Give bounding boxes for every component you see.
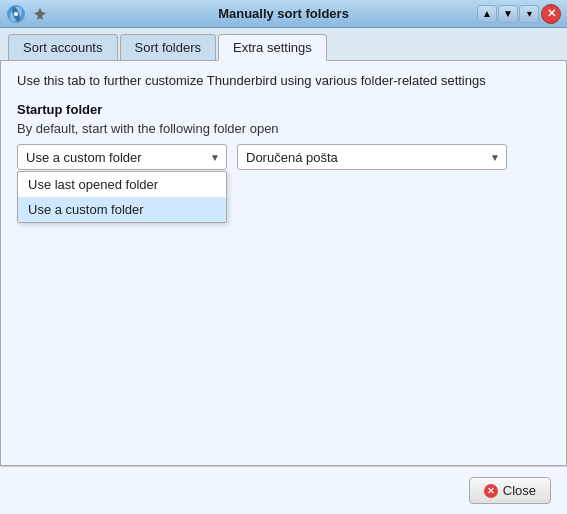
close-button-icon: ✕ — [484, 484, 498, 498]
section-startup-folder-title: Startup folder — [17, 102, 550, 117]
dropdown1-arrow-icon: ▼ — [210, 152, 220, 163]
tab-sort-accounts[interactable]: Sort accounts — [8, 34, 118, 60]
tab-description: Use this tab to further customize Thunde… — [17, 73, 550, 88]
tab-sort-folders[interactable]: Sort folders — [120, 34, 216, 60]
footer: ✕ Close — [0, 466, 567, 514]
main-content: Use this tab to further customize Thunde… — [0, 61, 567, 466]
option-last-opened[interactable]: Use last opened folder — [18, 172, 226, 197]
section-startup-folder-sub: By default, start with the following fol… — [17, 121, 550, 136]
folder-select-selected: Doručená pošta — [246, 150, 338, 165]
scroll-up-button[interactable]: ▲ — [477, 5, 497, 23]
window-close-button[interactable]: ✕ — [541, 4, 561, 24]
startup-folder-type-selected: Use a custom folder — [26, 150, 142, 165]
svg-point-3 — [14, 12, 18, 16]
dropdown2-arrow-icon: ▼ — [490, 152, 500, 163]
title-bar-controls: ▲ ▼ ▾ ✕ — [477, 4, 561, 24]
folder-select-dropdown[interactable]: Doručená pošta ▼ — [237, 144, 507, 170]
restore-button[interactable]: ▾ — [519, 5, 539, 23]
tabs-bar: Sort accounts Sort folders Extra setting… — [0, 28, 567, 61]
pin-icon[interactable] — [32, 6, 48, 22]
scroll-down-button[interactable]: ▼ — [498, 5, 518, 23]
tab-extra-settings[interactable]: Extra settings — [218, 34, 327, 61]
option-custom-folder[interactable]: Use a custom folder — [18, 197, 226, 222]
title-bar-left — [6, 4, 48, 24]
close-button-label: Close — [503, 483, 536, 498]
close-button[interactable]: ✕ Close — [469, 477, 551, 504]
startup-folder-type-dropdown[interactable]: Use a custom folder ▼ — [17, 144, 227, 170]
folder-select-wrapper: Doručená pošta ▼ — [237, 144, 507, 170]
startup-folder-type-wrapper: Use a custom folder ▼ Use last opened fo… — [17, 144, 227, 170]
dropdowns-row: Use a custom folder ▼ Use last opened fo… — [17, 144, 550, 170]
window-title: Manually sort folders — [218, 6, 349, 21]
startup-folder-type-list: Use last opened folder Use a custom fold… — [17, 171, 227, 223]
title-bar: Manually sort folders ▲ ▼ ▾ ✕ — [0, 0, 567, 28]
app-icon — [6, 4, 26, 24]
